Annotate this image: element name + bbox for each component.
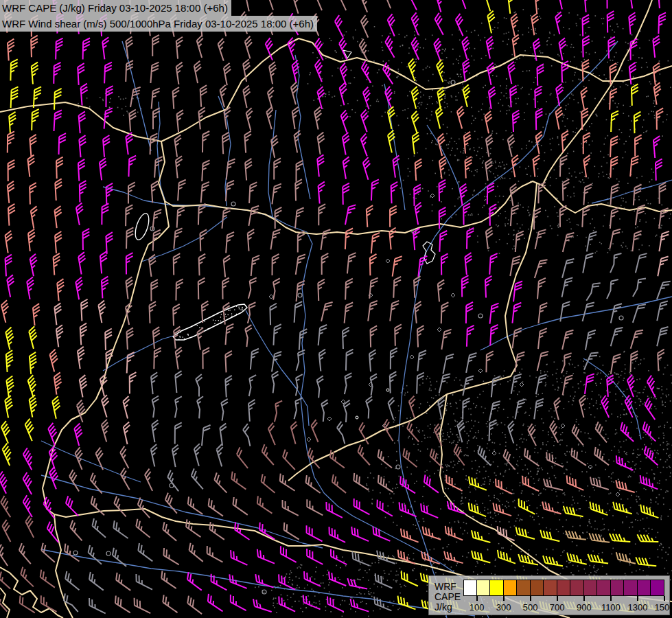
legend-color-cell [476,580,491,596]
legend-label-cape: CAPE [435,591,461,602]
legend-color-cell [503,580,518,596]
legend-color-cell [596,580,611,596]
legend-tick-label: 1100 [601,602,621,613]
legend-color-cell [583,580,598,596]
legend-color-cell [610,580,625,596]
legend-tick-label: 300 [496,602,511,613]
map-titles: WRF CAPE (J/kg) Friday 03-10-2025 18:00 … [0,0,317,32]
legend-tick-label: 1500 [655,602,672,613]
legend-color-cell [530,580,544,596]
legend-color-cell [463,580,477,596]
legend-tick [530,596,531,601]
legend-color-cell [489,580,504,596]
map-title-wind-shear: WRF Wind shear (m/s) 500/1000hPa Friday … [0,16,317,32]
map-background [0,0,672,618]
legend-tick [557,596,558,601]
cape-legend: WRF CAPE J/kg 10030050070090011001300150… [428,575,670,615]
legend-tick [476,596,478,601]
legend-color-cell [516,580,531,596]
legend-tick-label: 100 [470,602,485,613]
legend-color-cell [650,580,664,596]
legend-tick-label: 500 [523,602,538,613]
legend-tick-label: 700 [550,602,565,613]
legend-tick-label: 1300 [627,602,647,613]
legend-color-cell [623,580,638,596]
legend-tick [583,596,585,601]
legend-color-cell [543,580,557,596]
legend-label-units: J/kg [435,602,452,613]
legend-tick-label: 900 [577,602,592,613]
legend-tick [610,596,612,601]
legend-tick [637,596,638,601]
map-title-cape: WRF CAPE (J/kg) Friday 03-10-2025 18:00 … [0,0,231,16]
legend-color-cell [557,580,571,596]
legend-tick [503,596,505,601]
weather-map-canvas [0,0,672,618]
legend-color-cell [570,580,584,596]
legend-tick [664,596,665,601]
legend-color-cell [637,580,651,596]
legend-label-wrf: WRF [435,581,456,592]
weather-map-screenshot: WRF CAPE (J/kg) Friday 03-10-2025 18:00 … [0,0,672,618]
